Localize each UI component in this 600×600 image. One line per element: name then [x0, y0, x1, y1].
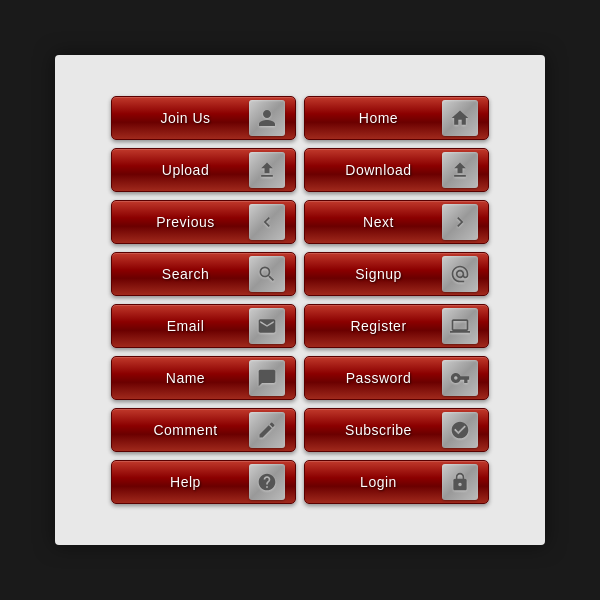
upload-label: Upload — [112, 162, 249, 178]
name-label: Name — [112, 370, 249, 386]
chat-icon — [249, 360, 285, 396]
help-icon — [249, 464, 285, 500]
name-button[interactable]: Name — [111, 356, 296, 400]
subscribe-icon — [442, 412, 478, 448]
download-icon — [442, 152, 478, 188]
upload-icon — [249, 152, 285, 188]
signup-button[interactable]: Signup — [304, 252, 489, 296]
home-icon — [442, 100, 478, 136]
register-button[interactable]: Register — [304, 304, 489, 348]
chevron-right-icon — [442, 204, 478, 240]
help-label: Help — [112, 474, 249, 490]
email-label: Email — [112, 318, 249, 334]
subscribe-label: Subscribe — [305, 422, 442, 438]
search-button[interactable]: Search — [111, 252, 296, 296]
comment-label: Comment — [112, 422, 249, 438]
download-label: Download — [305, 162, 442, 178]
join-us-label: Join Us — [112, 110, 249, 126]
person-icon — [249, 100, 285, 136]
previous-button[interactable]: Previous — [111, 200, 296, 244]
previous-label: Previous — [112, 214, 249, 230]
at-icon — [442, 256, 478, 292]
key-icon — [442, 360, 478, 396]
email-button[interactable]: Email — [111, 304, 296, 348]
login-button[interactable]: Login — [304, 460, 489, 504]
search-icon — [249, 256, 285, 292]
password-label: Password — [305, 370, 442, 386]
laptop-icon — [442, 308, 478, 344]
chevron-right-prev-icon — [249, 204, 285, 240]
button-grid: Join UsHomeUploadDownloadPreviousNextSea… — [91, 76, 509, 524]
next-button[interactable]: Next — [304, 200, 489, 244]
join-us-button[interactable]: Join Us — [111, 96, 296, 140]
email-icon — [249, 308, 285, 344]
subscribe-button[interactable]: Subscribe — [304, 408, 489, 452]
lock-icon — [442, 464, 478, 500]
comment-button[interactable]: Comment — [111, 408, 296, 452]
upload-button[interactable]: Upload — [111, 148, 296, 192]
password-button[interactable]: Password — [304, 356, 489, 400]
search-label: Search — [112, 266, 249, 282]
register-label: Register — [305, 318, 442, 334]
download-button[interactable]: Download — [304, 148, 489, 192]
next-label: Next — [305, 214, 442, 230]
home-button[interactable]: Home — [304, 96, 489, 140]
comment-edit-icon — [249, 412, 285, 448]
button-panel: Join UsHomeUploadDownloadPreviousNextSea… — [55, 55, 545, 545]
signup-label: Signup — [305, 266, 442, 282]
home-label: Home — [305, 110, 442, 126]
help-button[interactable]: Help — [111, 460, 296, 504]
login-label: Login — [305, 474, 442, 490]
